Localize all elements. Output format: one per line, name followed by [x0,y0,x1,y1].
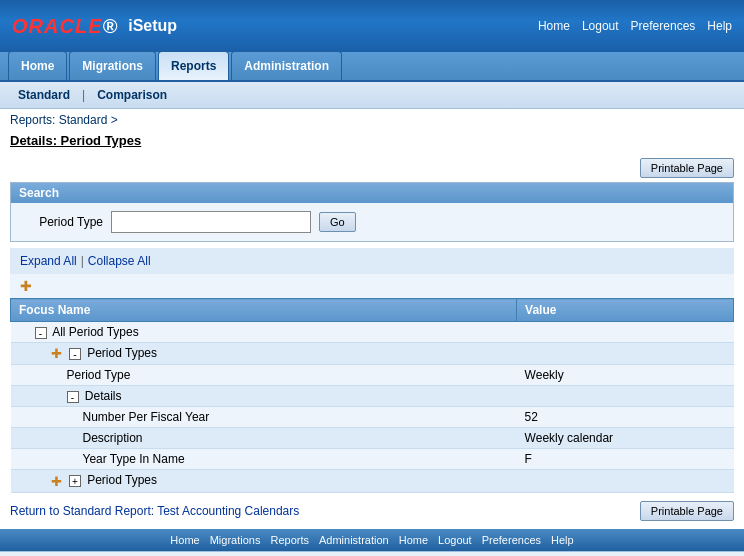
footer-reports-link[interactable]: Reports [270,534,309,546]
bottom-link-area: Return to Standard Report: Test Accounti… [0,493,744,529]
footer-bottom: Privacy Statement Copyright (c) 2006, Or… [0,551,744,556]
sub-tab-standard[interactable]: Standard [10,86,78,104]
top-printable-page-button[interactable]: Printable Page [640,158,734,178]
search-header: Search [11,183,733,203]
footer-nav: Home Migrations Reports Administration H… [0,529,744,551]
breadcrumb-link[interactable]: Reports: Standard > [10,113,118,127]
data-table: Focus Name Value - All Period Types ✚ - … [10,298,734,493]
tree-collapse-icon[interactable]: - [35,327,47,339]
focus-name-cell: Description [11,428,517,449]
footer-preferences-link[interactable]: Preferences [482,534,541,546]
sub-tab-divider: | [80,88,87,102]
expand-all-link[interactable]: Expand All [20,254,77,268]
header-logout-link[interactable]: Logout [582,19,619,33]
page-title: Details: Period Types [0,131,744,154]
top-action-bar: Printable Page [0,154,744,182]
header-preferences-link[interactable]: Preferences [631,19,696,33]
period-type-label: Period Type [23,215,103,229]
col-header-value: Value [517,299,734,322]
tree-collapse-icon[interactable]: - [67,391,79,403]
tab-reports[interactable]: Reports [158,51,229,80]
header-home-link[interactable]: Home [538,19,570,33]
crosshair-row-icon[interactable]: ✚ [51,346,62,361]
expand-collapse-divider: | [81,254,84,268]
table-row: - Details [11,386,734,407]
value-cell [517,322,734,343]
footer-logout-link[interactable]: Logout [438,534,472,546]
header-nav: Home Logout Preferences Help [538,19,732,33]
icon-row: ✚ [10,274,734,298]
bottom-printable-page-button[interactable]: Printable Page [640,501,734,521]
footer-home2-link[interactable]: Home [399,534,428,546]
search-section: Search Period Type Go [10,182,734,242]
focus-name-cell: Period Type [11,365,517,386]
footer-administration-link[interactable]: Administration [319,534,389,546]
tab-migrations[interactable]: Migrations [69,51,156,80]
return-to-report-link[interactable]: Return to Standard Report: Test Accounti… [10,504,299,518]
table-row: Description Weekly calendar [11,428,734,449]
focus-name-cell: - All Period Types [11,322,517,343]
value-cell [517,343,734,365]
table-row: Period Type Weekly [11,365,734,386]
logo-area: ORACLE® iSetup [12,15,177,38]
table-row: Year Type In Name F [11,449,734,470]
page-header: ORACLE® iSetup Home Logout Preferences H… [0,0,744,52]
sub-tab-bar: Standard | Comparison [0,82,744,109]
focus-name-cell: ✚ - Period Types [11,343,517,365]
value-cell: Weekly [517,365,734,386]
tree-collapse-icon[interactable]: - [69,348,81,360]
focus-name-cell: - Details [11,386,517,407]
oracle-logo: ORACLE® [12,15,118,38]
footer-home-link[interactable]: Home [170,534,199,546]
search-body: Period Type Go [11,203,733,241]
focus-name-cell: Number Per Fiscal Year [11,407,517,428]
crosshair-row-icon-2[interactable]: ✚ [51,474,62,489]
go-button[interactable]: Go [319,212,356,232]
crosshair-icon-top[interactable]: ✚ [20,278,32,294]
value-cell: 52 [517,407,734,428]
period-type-input[interactable] [111,211,311,233]
header-help-link[interactable]: Help [707,19,732,33]
tab-home[interactable]: Home [8,51,67,80]
value-cell: Weekly calendar [517,428,734,449]
breadcrumb: Reports: Standard > [0,109,744,131]
tab-administration[interactable]: Administration [231,51,342,80]
footer-migrations-link[interactable]: Migrations [210,534,261,546]
table-row: ✚ + Period Types [11,470,734,492]
value-cell: F [517,449,734,470]
app-title: iSetup [128,17,177,35]
focus-name-cell: Year Type In Name [11,449,517,470]
collapse-all-link[interactable]: Collapse All [88,254,151,268]
expand-collapse-bar: Expand All | Collapse All [10,248,734,274]
table-row: - All Period Types [11,322,734,343]
sub-tab-comparison[interactable]: Comparison [89,86,175,104]
value-cell [517,470,734,492]
tree-expand-icon[interactable]: + [69,475,81,487]
main-tab-bar: Home Migrations Reports Administration [0,52,744,82]
table-row: Number Per Fiscal Year 52 [11,407,734,428]
col-header-focus-name: Focus Name [11,299,517,322]
footer-help-link[interactable]: Help [551,534,574,546]
focus-name-cell: ✚ + Period Types [11,470,517,492]
table-row: ✚ - Period Types [11,343,734,365]
value-cell [517,386,734,407]
